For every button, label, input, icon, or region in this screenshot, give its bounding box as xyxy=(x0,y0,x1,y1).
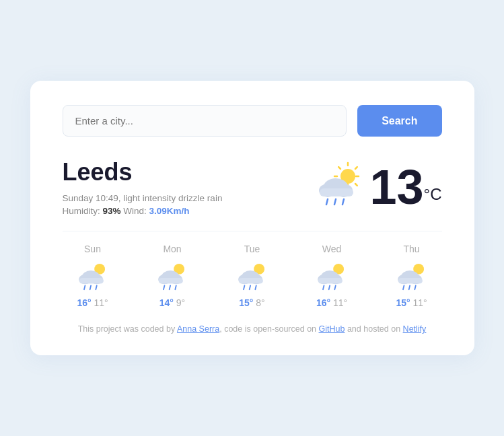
forecast-temps-thu: 15° 11° xyxy=(396,297,427,308)
city-info: Leeds Sunday 10:49, light intensity driz… xyxy=(63,158,223,216)
high-tue: 15° xyxy=(239,297,253,308)
temperature-section: 13°C xyxy=(314,161,441,213)
svg-line-15 xyxy=(343,199,344,205)
svg-line-39 xyxy=(255,285,256,289)
footer-netlify-link[interactable]: Netlify xyxy=(403,324,427,334)
forecast-icon-wed xyxy=(314,258,349,293)
svg-line-29 xyxy=(164,285,164,289)
forecast-row: Sun 16° 11° Mon xyxy=(63,244,442,308)
forecast-day-wed: Wed 16° 11° xyxy=(301,244,362,308)
svg-line-14 xyxy=(334,199,336,205)
high-thu: 15° xyxy=(396,297,410,308)
svg-line-7 xyxy=(355,167,357,169)
low-tue: 8° xyxy=(256,297,264,308)
footer-author-link[interactable]: Anna Serra xyxy=(177,324,219,334)
forecast-icon-mon xyxy=(155,258,190,293)
weather-main: Leeds Sunday 10:49, light intensity driz… xyxy=(63,158,442,216)
svg-line-30 xyxy=(170,285,170,289)
svg-rect-28 xyxy=(159,278,183,284)
svg-line-54 xyxy=(408,285,409,289)
weather-meta: Humidity: 93% Wind: 3.09Km/h xyxy=(63,206,223,216)
day-label-wed: Wed xyxy=(322,244,342,254)
svg-line-53 xyxy=(403,285,404,289)
footer-github-link[interactable]: GitHub xyxy=(319,324,345,334)
forecast-temps-mon: 14° 9° xyxy=(159,297,185,308)
svg-line-21 xyxy=(84,285,85,289)
svg-line-5 xyxy=(339,167,341,169)
forecast-icon-tue xyxy=(235,258,270,293)
forecast-day-mon: Mon 14° 9° xyxy=(142,244,203,308)
high-mon: 14° xyxy=(159,297,174,308)
svg-rect-36 xyxy=(238,278,262,284)
humidity-value: 93% xyxy=(103,206,121,216)
svg-line-46 xyxy=(329,285,330,289)
svg-rect-52 xyxy=(398,278,422,284)
humidity-label: Humidity: xyxy=(63,206,100,216)
footer: This project was coded by Anna Serra, co… xyxy=(63,324,442,334)
temperature-display: 13°C xyxy=(369,163,441,211)
forecast-day-thu: Thu 15° 11° xyxy=(382,244,442,308)
forecast-temps-wed: 16° 11° xyxy=(316,297,347,308)
svg-rect-44 xyxy=(318,278,343,284)
svg-line-22 xyxy=(89,285,90,289)
svg-line-13 xyxy=(326,199,328,205)
search-input[interactable] xyxy=(63,105,347,137)
weather-description: Sunday 10:49, light intensity drizzle ra… xyxy=(63,193,223,203)
low-thu: 11° xyxy=(412,297,427,308)
footer-text-middle: , code is open-sourced on xyxy=(219,324,318,334)
svg-line-55 xyxy=(415,285,415,289)
forecast-day-tue: Tue 15° 8° xyxy=(222,244,283,308)
day-label-sun: Sun xyxy=(84,244,101,254)
city-name: Leeds xyxy=(63,158,223,186)
svg-line-47 xyxy=(334,285,335,289)
low-mon: 9° xyxy=(176,297,185,308)
search-row: Search xyxy=(63,105,442,137)
day-label-tue: Tue xyxy=(244,244,260,254)
svg-line-23 xyxy=(96,285,96,289)
svg-line-31 xyxy=(175,285,176,289)
wind-value: 3.09Km/h xyxy=(149,206,190,216)
svg-line-38 xyxy=(249,285,250,289)
forecast-icon-thu xyxy=(394,258,429,293)
forecast-icon-sun xyxy=(75,258,110,293)
day-label-mon: Mon xyxy=(163,244,181,254)
divider xyxy=(63,231,442,231)
high-sun: 16° xyxy=(77,297,91,308)
low-wed: 11° xyxy=(333,297,347,308)
footer-text-after: and hosted on xyxy=(345,324,402,334)
search-button[interactable]: Search xyxy=(357,105,441,137)
forecast-day-sun: Sun 16° 11° xyxy=(63,244,123,308)
svg-line-37 xyxy=(244,285,244,289)
low-sun: 11° xyxy=(94,297,108,308)
weather-card: Search Leeds Sunday 10:49, light intensi… xyxy=(30,81,474,355)
forecast-temps-tue: 15° 8° xyxy=(239,297,264,308)
svg-line-45 xyxy=(323,285,324,289)
day-label-thu: Thu xyxy=(403,244,419,254)
svg-rect-12 xyxy=(320,188,353,196)
svg-line-6 xyxy=(355,184,357,186)
high-wed: 16° xyxy=(316,297,330,308)
footer-text-before: This project was coded by xyxy=(78,324,177,334)
wind-label: Wind: xyxy=(123,206,149,216)
forecast-temps-sun: 16° 11° xyxy=(77,297,108,308)
svg-rect-20 xyxy=(79,278,103,284)
main-weather-icon xyxy=(314,161,363,213)
